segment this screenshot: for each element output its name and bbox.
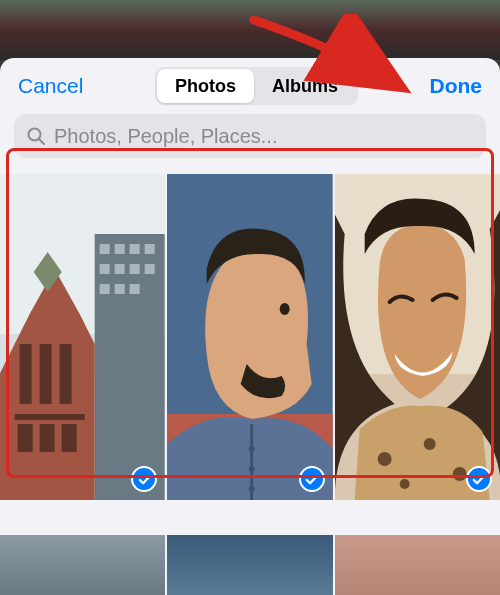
- svg-rect-9: [100, 264, 110, 274]
- svg-point-37: [399, 479, 409, 489]
- selection-checkmark-icon: [466, 466, 492, 492]
- svg-rect-6: [115, 244, 125, 254]
- svg-point-27: [280, 303, 290, 315]
- svg-rect-21: [15, 414, 85, 420]
- tab-albums[interactable]: Albums: [254, 69, 356, 103]
- photo-grid: [0, 174, 500, 500]
- svg-rect-19: [40, 344, 52, 404]
- photo-thumbnail[interactable]: [0, 174, 165, 500]
- svg-point-0: [29, 129, 41, 141]
- svg-rect-7: [130, 244, 140, 254]
- search-field[interactable]: [14, 114, 486, 158]
- photo-picker-sheet: Cancel Photos Albums Done: [0, 58, 500, 595]
- svg-rect-14: [115, 284, 125, 294]
- svg-rect-5: [100, 244, 110, 254]
- search-input[interactable]: [54, 125, 474, 148]
- tab-photos[interactable]: Photos: [157, 69, 254, 103]
- segmented-control: Photos Albums: [155, 67, 358, 105]
- svg-rect-15: [130, 284, 140, 294]
- svg-rect-22: [18, 424, 33, 452]
- svg-point-30: [249, 466, 255, 472]
- svg-point-36: [452, 467, 466, 481]
- svg-rect-12: [145, 264, 155, 274]
- svg-rect-18: [20, 344, 32, 404]
- photo-grid-next-row: [0, 535, 500, 595]
- svg-rect-11: [130, 264, 140, 274]
- photo-thumbnail[interactable]: [167, 174, 332, 500]
- thumbnail-image: [0, 174, 165, 500]
- thumbnail-image: [167, 174, 332, 500]
- svg-rect-13: [100, 284, 110, 294]
- selection-checkmark-icon: [299, 466, 325, 492]
- search-icon: [26, 126, 46, 146]
- navigation-bar: Cancel Photos Albums Done: [0, 58, 500, 114]
- svg-rect-24: [62, 424, 77, 452]
- svg-line-1: [40, 140, 45, 145]
- svg-rect-23: [40, 424, 55, 452]
- svg-point-34: [377, 452, 391, 466]
- background-image: [0, 0, 500, 60]
- svg-point-29: [249, 446, 255, 452]
- svg-point-35: [423, 438, 435, 450]
- svg-rect-8: [145, 244, 155, 254]
- photo-thumbnail[interactable]: [335, 174, 500, 500]
- done-button[interactable]: Done: [429, 74, 482, 98]
- svg-point-31: [249, 486, 255, 492]
- thumbnail-image: [335, 174, 500, 500]
- svg-rect-20: [60, 344, 72, 404]
- cancel-button[interactable]: Cancel: [18, 74, 83, 98]
- svg-rect-10: [115, 264, 125, 274]
